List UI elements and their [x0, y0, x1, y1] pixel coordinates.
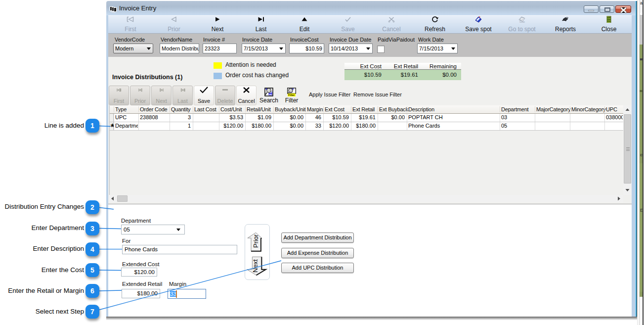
svg-text:Goto: Goto	[519, 20, 525, 23]
svg-text:Next: Next	[252, 259, 259, 273]
svg-text:Prior: Prior	[252, 234, 259, 248]
svg-text:Filter: Filter	[288, 93, 295, 96]
